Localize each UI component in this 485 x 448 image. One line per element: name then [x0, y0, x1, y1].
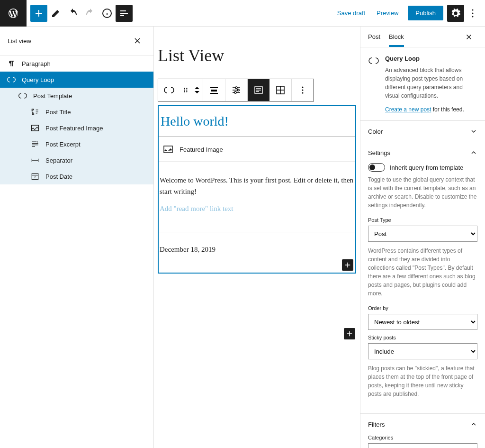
list-view-title: List view — [8, 37, 31, 45]
tree-item-post-featured-image[interactable]: Post Featured Image — [0, 120, 153, 136]
align-icon — [208, 84, 220, 96]
save-draft-button[interactable]: Save draft — [332, 6, 371, 20]
options-button[interactable] — [464, 5, 481, 22]
order-by-label: Order by — [368, 305, 477, 311]
move-block-button[interactable] — [191, 79, 203, 101]
read-more-placeholder[interactable]: Add "read more" link text — [159, 201, 355, 232]
more-options-button[interactable] — [292, 79, 314, 101]
tree-item-post-title[interactable]: Post Title — [0, 104, 153, 120]
tools-button[interactable] — [47, 5, 64, 22]
inherit-query-toggle[interactable] — [368, 163, 385, 172]
grid-layout-icon — [275, 84, 286, 96]
tree-item-query-loop[interactable]: Query Loop — [0, 72, 153, 88]
plus-icon — [343, 261, 352, 269]
close-icon — [465, 33, 473, 41]
featured-image-icon — [162, 144, 174, 155]
post-type-help: WordPress contains different types of co… — [368, 247, 477, 298]
inherit-query-label: Inherit query from template — [390, 164, 463, 171]
post-title-block[interactable]: Hello world! — [159, 106, 355, 137]
grid-layout-button[interactable] — [269, 79, 291, 101]
block-description: Query Loop An advanced block that allows… — [360, 47, 485, 120]
preview-button[interactable]: Preview — [371, 6, 404, 20]
settings-panel: Settings Inherit query from template Tog… — [360, 142, 485, 413]
tab-block[interactable]: Block — [389, 27, 404, 47]
publish-button[interactable]: Publish — [408, 6, 443, 20]
undo-icon — [67, 8, 79, 19]
post-date-block[interactable]: December 18, 2019 — [159, 232, 355, 273]
add-sibling-block-button[interactable] — [344, 328, 355, 339]
chevron-up-icon — [470, 421, 477, 428]
loop-icon — [17, 90, 28, 101]
post-title-icon — [29, 106, 41, 118]
svg-point-14 — [237, 89, 239, 91]
sidebar-tabs: Post Block — [360, 27, 485, 47]
undo-button[interactable] — [64, 5, 81, 22]
list-layout-button[interactable] — [248, 79, 269, 101]
more-vertical-icon — [467, 8, 478, 19]
wordpress-logo[interactable] — [0, 0, 27, 27]
svg-point-12 — [186, 91, 187, 92]
loop-icon — [163, 84, 175, 96]
chevron-down-icon — [195, 91, 199, 93]
svg-point-8 — [186, 88, 187, 89]
svg-point-18 — [302, 87, 304, 88]
categories-input[interactable] — [368, 443, 477, 448]
list-view-button[interactable] — [116, 5, 133, 22]
post-excerpt-block[interactable]: Welcome to WordPress. This is your first… — [159, 162, 355, 201]
more-vertical-icon — [297, 84, 308, 96]
create-post-suffix: for this feed. — [431, 106, 464, 113]
svg-point-1 — [472, 9, 474, 10]
post-date-icon: 2 — [29, 171, 41, 182]
filters-panel-toggle[interactable]: Filters — [360, 414, 485, 435]
svg-point-20 — [302, 92, 304, 94]
paragraph-icon — [6, 58, 17, 69]
block-icon — [368, 55, 379, 113]
svg-point-13 — [235, 87, 237, 89]
sticky-posts-help: Blog posts can be "stickied", a feature … — [368, 364, 477, 398]
sticky-posts-label: Sticky posts — [368, 335, 477, 340]
tree-item-post-excerpt[interactable]: Post Excerpt — [0, 136, 153, 152]
svg-point-9 — [184, 90, 185, 91]
close-sidebar-button[interactable] — [460, 28, 477, 46]
svg-point-3 — [472, 16, 474, 17]
close-list-view-button[interactable] — [129, 32, 146, 49]
create-new-post-link[interactable]: Create a new post — [385, 106, 431, 113]
tree-item-post-template[interactable]: Post Template — [0, 88, 153, 104]
featured-image-block[interactable]: Featured Image — [159, 137, 355, 162]
tree-item-paragraph[interactable]: Paragraph — [0, 55, 153, 72]
filters-panel: Filters Categories — [360, 413, 485, 448]
order-by-select[interactable]: Newest to oldest — [368, 314, 477, 330]
tab-post[interactable]: Post — [368, 27, 380, 47]
sticky-posts-select[interactable]: Include — [368, 343, 477, 359]
drag-handle-button[interactable] — [180, 79, 191, 101]
display-settings-button[interactable] — [225, 79, 247, 101]
color-panel-toggle[interactable]: Color — [360, 121, 485, 142]
edit-icon — [50, 8, 62, 19]
block-type-button[interactable] — [158, 79, 180, 101]
chevron-down-icon — [470, 128, 477, 135]
details-button[interactable] — [99, 5, 116, 22]
excerpt-icon — [29, 138, 41, 150]
settings-sidebar: Post Block Query Loop An advanced block … — [360, 27, 485, 448]
post-type-select[interactable]: Post — [368, 226, 477, 242]
loop-icon — [6, 74, 17, 85]
redo-button[interactable] — [81, 5, 99, 22]
chevron-up-icon — [470, 149, 477, 156]
svg-point-7 — [184, 88, 185, 89]
page-title[interactable]: List View — [158, 46, 356, 65]
top-toolbar: Save draft Preview Publish — [0, 0, 485, 27]
add-block-button[interactable] — [30, 5, 47, 22]
query-loop-block[interactable]: Hello world! Featured Image Welcome to W… — [158, 105, 356, 274]
tree-item-post-date[interactable]: 2Post Date — [0, 168, 153, 184]
separator-icon — [29, 155, 41, 166]
svg-point-10 — [186, 90, 187, 91]
settings-button[interactable] — [447, 5, 464, 22]
block-description-text: An advanced block that allows displaying… — [385, 66, 477, 100]
inherit-query-help: Toggle to use the global query context t… — [368, 175, 477, 210]
featured-image-icon — [29, 122, 41, 134]
settings-panel-toggle[interactable]: Settings — [360, 142, 485, 163]
align-button[interactable] — [203, 79, 225, 101]
info-icon — [101, 8, 113, 19]
tree-item-separator[interactable]: Separator — [0, 152, 153, 168]
add-child-block-button[interactable] — [342, 259, 353, 271]
